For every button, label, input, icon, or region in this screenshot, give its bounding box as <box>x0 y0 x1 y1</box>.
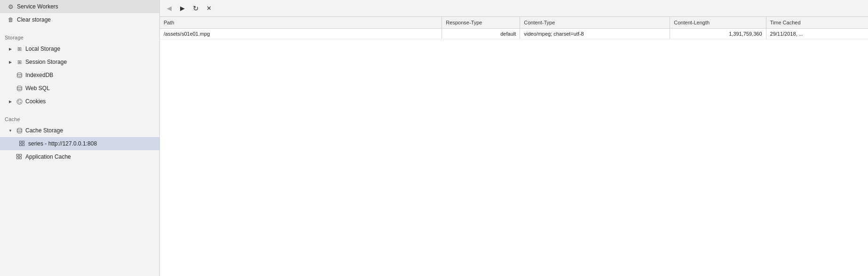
sidebar-item-label: Application Cache <box>25 153 156 160</box>
sidebar-item-web-sql[interactable]: Web SQL <box>0 82 159 95</box>
col-header-content-length: Content-Length <box>670 17 766 29</box>
main-content: ◀ ▶ ↻ ✕ Path Response-Type Content-Type … <box>160 0 868 276</box>
cookie-icon <box>16 98 23 105</box>
svg-rect-9 <box>23 141 24 143</box>
cell-content-length: 1,391,759,360 <box>670 29 766 39</box>
sidebar-item-label: IndexedDB <box>25 72 156 78</box>
cell-content-type: video/mpeg; charset=utf-8 <box>520 29 670 39</box>
sidebar-item-cache-storage[interactable]: Cache Storage <box>0 124 159 137</box>
svg-rect-15 <box>20 157 22 159</box>
spacer <box>8 72 13 78</box>
col-header-response-type: Response-Type <box>442 17 520 29</box>
svg-rect-11 <box>23 144 24 146</box>
chevron-right-icon <box>8 59 13 65</box>
db-icon <box>16 127 23 134</box>
spacer <box>8 154 13 160</box>
cell-response-type: default <box>442 29 520 39</box>
sidebar-item-indexed-db[interactable]: IndexedDB <box>0 69 159 82</box>
back-button[interactable]: ◀ <box>164 3 175 14</box>
refresh-button[interactable]: ↻ <box>190 3 201 14</box>
cache-table: Path Response-Type Content-Type Content-… <box>160 17 868 276</box>
sidebar-item-label: Web SQL <box>25 85 156 92</box>
grid-icon <box>16 59 23 65</box>
col-header-path: Path <box>160 17 442 29</box>
trash-icon <box>8 16 14 23</box>
sidebar-item-service-workers[interactable]: Service Workers <box>0 0 159 13</box>
sidebar-item-label: Cookies <box>25 98 156 105</box>
toolbar: ◀ ▶ ↻ ✕ <box>160 0 868 17</box>
svg-point-5 <box>20 102 21 103</box>
svg-point-0 <box>17 73 22 75</box>
sidebar-item-label: series - http://127.0.0.1:808 <box>28 140 156 147</box>
svg-point-4 <box>20 100 21 101</box>
table-row[interactable]: /assets/s01e01.mpg default video/mpeg; c… <box>160 29 868 39</box>
sidebar-item-label: Local Storage <box>25 46 156 52</box>
delete-button[interactable]: ✕ <box>203 3 214 14</box>
svg-point-1 <box>17 86 22 88</box>
svg-rect-13 <box>20 154 22 156</box>
sidebar-item-cookies[interactable]: Cookies <box>0 95 159 108</box>
grid-icon <box>16 46 23 52</box>
sidebar-item-label: Clear storage <box>17 16 156 23</box>
svg-point-6 <box>18 102 19 103</box>
svg-rect-12 <box>17 154 19 156</box>
grid-icon <box>19 140 25 147</box>
cell-path: /assets/s01e01.mpg <box>160 29 442 39</box>
forward-button[interactable]: ▶ <box>177 3 188 14</box>
chevron-down-icon <box>8 128 13 133</box>
grid-icon <box>16 153 23 160</box>
svg-rect-14 <box>17 157 19 159</box>
sidebar-item-application-cache[interactable]: Application Cache <box>0 150 159 163</box>
sidebar-item-label: Service Workers <box>17 3 156 10</box>
sidebar-item-local-storage[interactable]: Local Storage <box>0 42 159 55</box>
spacer <box>8 85 13 91</box>
sidebar-item-clear-storage[interactable]: Clear storage <box>0 13 159 26</box>
chevron-right-icon <box>8 99 13 104</box>
svg-point-7 <box>17 128 22 130</box>
cell-time-cached: 29/11/2018, ... <box>766 29 868 39</box>
sidebar: Service Workers Clear storage Storage Lo… <box>0 0 160 276</box>
sidebar-item-label: Session Storage <box>25 59 156 65</box>
svg-rect-8 <box>20 141 22 143</box>
gear-icon <box>8 3 14 10</box>
db-icon <box>16 85 23 92</box>
sidebar-item-session-storage[interactable]: Session Storage <box>0 55 159 69</box>
db-icon <box>16 72 23 78</box>
svg-rect-10 <box>20 144 22 146</box>
storage-section-label: Storage <box>0 30 159 42</box>
sidebar-item-cache-storage-series[interactable]: series - http://127.0.0.1:808 <box>0 137 159 150</box>
sidebar-item-label: Cache Storage <box>25 127 156 134</box>
chevron-right-icon <box>8 46 13 52</box>
svg-point-3 <box>18 100 19 101</box>
col-header-time-cached: Time Cached <box>766 17 868 29</box>
svg-point-2 <box>17 99 22 104</box>
col-header-content-type: Content-Type <box>520 17 670 29</box>
cache-section-label: Cache <box>0 112 159 124</box>
